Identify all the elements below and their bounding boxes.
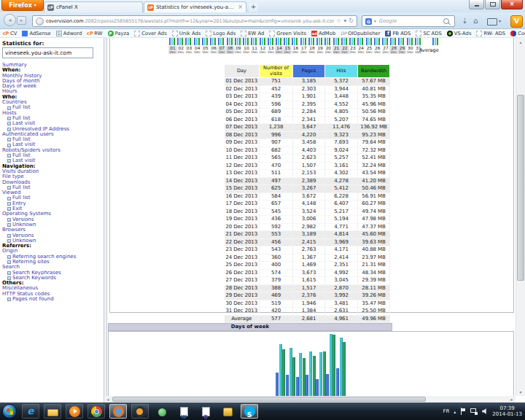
taskbar-archiver-button[interactable] (219, 404, 236, 419)
mini-bar (349, 38, 351, 45)
scroll-down-icon[interactable]: ▾ (516, 388, 525, 396)
system-tray: FR ▴ 07:39 2014-01-13 (443, 405, 525, 417)
bookmark-green-visits[interactable]: Green Visits (269, 31, 306, 36)
bookmark-admob[interactable]: AdMob (311, 31, 335, 36)
url-dropdown-icon[interactable]: ▾ (343, 18, 346, 24)
bookmark-rw[interactable]: RW (87, 31, 102, 36)
table-cell: 16 Dec 2013 (225, 192, 260, 201)
minimize-button[interactable] (469, 0, 484, 9)
tab-statistics-active[interactable]: cP Statistics for vineseek.you-ask-it.co… (144, 1, 246, 12)
tab-cpanel[interactable]: cP cPanel X (44, 1, 143, 12)
close-button[interactable]: × (501, 0, 523, 9)
day-label: 11Dec (250, 46, 259, 54)
bookmark-fb-ads[interactable]: FB ADS (385, 31, 411, 36)
bookmark-oiopublisher[interactable]: OIOpublisher (341, 31, 380, 36)
screenshot-tool-dropdown-icon[interactable]: ▾ (499, 18, 501, 23)
search-engine-icon[interactable]: G (365, 18, 372, 25)
taskbar-outlook-button[interactable] (197, 404, 214, 419)
sidebar-item-full-list[interactable]: Full list (2, 105, 104, 110)
reload-icon[interactable]: ↻ (349, 18, 354, 24)
bookmark-unik-ads[interactable]: Unik Ads (172, 31, 201, 36)
table-cell: 39.63 MB (358, 238, 390, 246)
bookmark-adword[interactable]: Adword (56, 31, 82, 36)
bookmark-ew-ad[interactable]: EW Ad (241, 31, 264, 36)
taskbar-ie-button[interactable] (22, 404, 39, 419)
taskbar-skype-button[interactable] (241, 404, 258, 419)
bookmark-cover-ads[interactable]: Cover Ads (134, 31, 166, 36)
new-tab-button[interactable]: + (249, 3, 258, 12)
sidebar-item-hours[interactable]: Hours (2, 89, 104, 94)
hidden-icons-icon[interactable]: ▴ (454, 409, 456, 414)
site-identity-icon[interactable] (36, 18, 44, 26)
bookmark-sc-ads[interactable]: SC ADS (416, 31, 441, 36)
scroll-left-icon[interactable]: ◂ (104, 396, 112, 402)
network-icon[interactable] (470, 408, 478, 415)
bookmark-cv[interactable]: CV (3, 31, 17, 36)
url-bar[interactable]: covervision.com:2082/cpsess2585655176/aw… (32, 15, 357, 27)
language-indicator[interactable]: FR (443, 408, 449, 414)
horizontal-scrollbar-thumb[interactable] (112, 397, 426, 402)
bookmark-rw-ads[interactable]: RW- ADS (476, 31, 505, 36)
close-tab-icon[interactable] (238, 4, 243, 10)
speaker-icon[interactable] (482, 408, 488, 414)
horizontal-scrollbar[interactable]: ◂ ▸ (104, 396, 516, 402)
vertical-scrollbar[interactable]: ▴ ▾ (516, 38, 525, 396)
dow-bar-cyan (340, 338, 343, 396)
table-cell: 23 Dec 2013 (225, 246, 260, 254)
firefox-menu-button[interactable]: Firefox ▾ (1, 0, 44, 11)
bookmark-logo-ads[interactable]: Logo Ads (206, 31, 236, 36)
table-cell: 4,171 (325, 246, 358, 254)
taskbar-explorer-button[interactable] (44, 404, 61, 419)
table-row: 23 Dec 20135432,7634,17140.88 MB (225, 246, 390, 254)
scroll-right-icon[interactable]: ▸ (508, 396, 516, 402)
table-cell: 29 Dec 2013 (225, 292, 260, 300)
sidebar-item-pages-not-found[interactable]: Pages not found (2, 297, 104, 302)
mini-bar (185, 38, 187, 45)
screenshot-tool-icon[interactable] (487, 18, 497, 26)
back-button[interactable]: ◂ (4, 14, 16, 26)
bookmark-payza[interactable]: Payza (108, 31, 130, 36)
downloads-icon[interactable]: ⇣ (462, 15, 467, 27)
day-label: 23Dec (349, 46, 357, 54)
day-label: 21Dec (332, 46, 341, 54)
search-box[interactable]: G ▾ Google (362, 15, 455, 27)
cogeco-icon (510, 31, 516, 36)
taskbar-chrome-button[interactable] (88, 404, 105, 419)
bookmark-vs-ads[interactable]: VS-Ads (447, 31, 472, 36)
bookmark-label: SC ADS (423, 31, 441, 36)
maximize-button[interactable] (485, 0, 500, 9)
mini-bar (218, 38, 219, 45)
day-label: 20Dec (324, 46, 332, 54)
table-cell: 1,901 (293, 93, 325, 101)
column-header-pages: Pages (293, 65, 325, 78)
dow-bar-blue (296, 377, 299, 396)
mini-bar (231, 38, 233, 45)
day-label: 01Dec (168, 46, 177, 54)
url-text[interactable]: covervision.com:2082/cpsess2585655176/aw… (46, 18, 334, 24)
scroll-up-icon[interactable]: ▴ (516, 38, 525, 46)
table-cell: 79.64 MB (358, 139, 390, 147)
video-downloader-icon[interactable]: V (510, 15, 523, 28)
start-button[interactable] (2, 404, 17, 419)
day-label: 06Dec (209, 46, 218, 54)
search-engine-dropdown-icon[interactable]: ▾ (374, 18, 376, 24)
table-row: 03 Dec 20134391,9013,44835.35 MB (225, 93, 390, 101)
home-icon[interactable]: ⌂ (473, 15, 478, 27)
bookmark-adsense[interactable]: AdSense (22, 31, 50, 36)
mini-bar-group (300, 38, 307, 45)
taskbar-palemoon-button[interactable] (131, 404, 149, 419)
taskbar-wmp-button[interactable] (66, 404, 83, 419)
taskbar-firefox-button[interactable] (109, 404, 127, 419)
vertical-scrollbar-thumb[interactable] (517, 95, 524, 281)
sidebar-item-label: Pages not found (12, 297, 54, 302)
taskbar-pin-button[interactable] (153, 404, 171, 419)
forward-button[interactable]: ▸ (17, 16, 26, 25)
clock[interactable]: 07:39 2014-01-13 (492, 405, 522, 417)
mini-bar (292, 38, 293, 45)
action-center-flag-icon[interactable] (460, 408, 466, 415)
bookmark-cogeco[interactable]: Cogeco (510, 31, 525, 36)
taskbar-word-button[interactable] (175, 404, 192, 419)
bookmark-star-icon[interactable]: ☆ (336, 18, 341, 24)
mini-bar-group (390, 38, 397, 45)
search-icon[interactable] (443, 18, 449, 24)
